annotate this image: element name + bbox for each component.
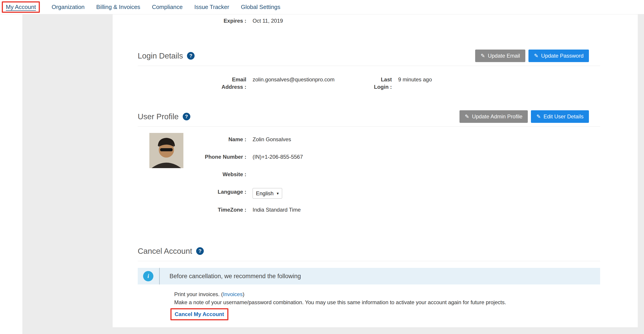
expires-value: Oct 11, 2019 bbox=[252, 17, 283, 25]
caret-down-icon: ▾ bbox=[277, 191, 279, 195]
update-email-label: Update Email bbox=[488, 53, 520, 59]
profile-photo bbox=[149, 133, 184, 168]
cancel-my-account-link[interactable]: Cancel My Account bbox=[175, 311, 224, 317]
profile-phone-row: Phone Number : (IN)+1-206-855-5567 bbox=[138, 153, 600, 161]
update-password-button[interactable]: ✎ Update Password bbox=[528, 50, 589, 62]
edit-user-details-button[interactable]: ✎ Edit User Details bbox=[531, 110, 589, 123]
nav-item-my-account[interactable]: My Account bbox=[6, 4, 36, 11]
nav-item-organization[interactable]: Organization bbox=[52, 4, 84, 11]
profile-timezone-row: TimeZone : India Standard Time bbox=[138, 206, 600, 213]
profile-website-row: Website : bbox=[138, 171, 600, 178]
recommendation-line-1: Print your invoices. (Invoices) bbox=[174, 290, 600, 298]
annotation-box-cancel: Cancel My Account bbox=[170, 308, 228, 320]
name-value: Zolin Gonsalves bbox=[252, 136, 291, 143]
email-address-label: Email Address : bbox=[138, 76, 246, 91]
help-icon[interactable]: ? bbox=[196, 247, 204, 255]
phone-number-value: (IN)+1-206-855-5567 bbox=[252, 153, 303, 161]
cancel-account-header: Cancel Account ? bbox=[138, 245, 600, 257]
line1-prefix: Print your invoices. ( bbox=[174, 291, 223, 297]
recommendation-line-2: Make a note of your username/password co… bbox=[174, 298, 600, 306]
profile-name-row: Name : Zolin Gonsalves bbox=[138, 136, 600, 143]
last-login-value: 9 minutes ago bbox=[398, 76, 432, 83]
edit-icon: ✎ bbox=[536, 114, 541, 119]
timezone-value: India Standard Time bbox=[252, 206, 301, 213]
user-profile-section: Name : Zolin Gonsalves Phone Number : (I… bbox=[138, 127, 600, 213]
help-icon[interactable]: ? bbox=[183, 113, 190, 120]
language-label: Language : bbox=[138, 188, 246, 195]
line1-suffix: ) bbox=[242, 291, 244, 297]
update-email-button[interactable]: ✎ Update Email bbox=[475, 50, 525, 62]
cancel-info-alert: i Before cancellation, we recommend the … bbox=[138, 268, 600, 284]
language-selected-value: English bbox=[256, 190, 274, 197]
email-address-value: zolin.gonsalves@questionpro.com bbox=[252, 76, 334, 83]
info-icon: i bbox=[143, 271, 154, 281]
nav-item-global-settings[interactable]: Global Settings bbox=[241, 4, 280, 11]
language-select[interactable]: English ▾ bbox=[252, 188, 282, 199]
login-details-title: Login Details bbox=[138, 51, 183, 60]
profile-language-row: Language : English ▾ bbox=[138, 188, 600, 199]
user-profile-title: User Profile bbox=[138, 112, 179, 121]
update-admin-profile-label: Update Admin Profile bbox=[472, 113, 522, 120]
account-settings-panel: Expires : Oct 11, 2019 Login Details ? ✎… bbox=[113, 14, 638, 327]
update-admin-profile-button[interactable]: ✎ Update Admin Profile bbox=[460, 110, 528, 123]
timezone-label: TimeZone : bbox=[138, 206, 246, 213]
cancel-info-title: Before cancellation, we recommend the fo… bbox=[170, 273, 301, 280]
alert-divider bbox=[159, 268, 160, 284]
nav-item-billing-invoices[interactable]: Billing & Invoices bbox=[96, 4, 140, 11]
nav-item-issue-tracker[interactable]: Issue Tracker bbox=[194, 4, 229, 11]
edit-icon: ✎ bbox=[465, 114, 469, 119]
top-navigation: My Account Organization Billing & Invoic… bbox=[0, 0, 644, 14]
invoices-link[interactable]: Invoices bbox=[223, 291, 242, 297]
cancel-recommendations: Print your invoices. (Invoices) Make a n… bbox=[174, 290, 600, 306]
login-details-header: Login Details ? ✎ Update Email ✎ Update … bbox=[138, 50, 600, 62]
edit-user-details-label: Edit User Details bbox=[544, 113, 584, 120]
edit-icon: ✎ bbox=[480, 53, 485, 59]
left-panel bbox=[0, 14, 22, 334]
divider bbox=[138, 261, 600, 261]
annotation-box-my-account: My Account bbox=[2, 1, 40, 13]
help-icon[interactable]: ? bbox=[187, 52, 194, 60]
update-password-label: Update Password bbox=[541, 53, 584, 59]
login-details-row: Email Address : zolin.gonsalves@question… bbox=[138, 76, 600, 91]
website-label: Website : bbox=[138, 171, 246, 178]
last-login-label: Last Login : bbox=[373, 76, 392, 91]
edit-icon: ✎ bbox=[534, 53, 538, 59]
nav-item-compliance[interactable]: Compliance bbox=[152, 4, 182, 11]
cancel-account-title: Cancel Account bbox=[138, 247, 192, 255]
license-expires-row: Expires : Oct 11, 2019 bbox=[138, 17, 600, 25]
user-profile-header: User Profile ? ✎ Update Admin Profile ✎ … bbox=[138, 110, 600, 123]
expires-label: Expires : bbox=[138, 17, 246, 25]
